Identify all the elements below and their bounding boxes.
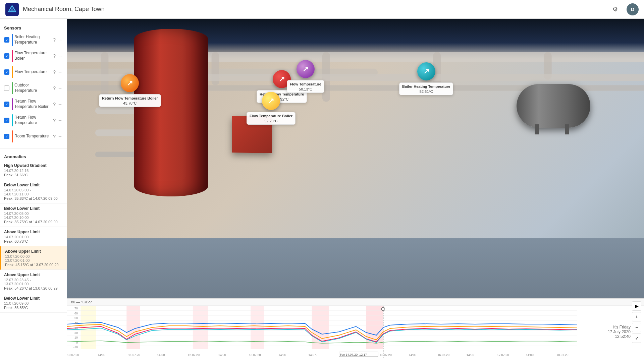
y-label: 20	[67, 331, 79, 335]
svg-text:14:00: 14:00	[278, 353, 286, 357]
y-axis-labels: 70 60 50 40 30 20 10 0 -10	[67, 307, 79, 349]
sensor-label: Flow Temperature Boiler	[14, 51, 51, 61]
sensor-checkbox[interactable]	[4, 69, 9, 75]
sensor-color-bar	[12, 130, 13, 142]
anomaly-item[interactable]: Above Upper Limit 14.07.20 01:00 Peak: 6…	[0, 227, 67, 246]
sensor-navigate-button[interactable]: →	[57, 117, 63, 123]
sensor-label: Flow Temperature	[14, 69, 51, 75]
anomaly-date: 14.07.20 05:00 -14.07.20 11:00	[4, 188, 63, 196]
anomaly-title: Above Upper Limit	[5, 249, 63, 254]
sensor-navigate-button[interactable]: →	[57, 133, 63, 139]
sensor-help-button[interactable]: ?	[53, 53, 56, 59]
sensor-label-box: Flow Temperature 50.13°C	[287, 80, 324, 93]
sensor-navigate-button[interactable]: →	[57, 37, 63, 43]
zoom-out-button[interactable]: −	[632, 323, 641, 332]
sensor-help-button[interactable]: ?	[53, 69, 56, 75]
sensor-help-button[interactable]: ?	[53, 117, 56, 123]
sensor-label: Outdoor Temperature	[14, 83, 51, 93]
svg-text:17.07.20: 17.07.20	[497, 353, 509, 357]
sensor-color-bar	[12, 50, 13, 62]
sensor-item-return-flow-temp-boiler[interactable]: Return Flow Temperature Boiler ? →	[0, 96, 67, 112]
anomaly-item[interactable]: Above Upper Limit 12.07.20 23:45 -13.07.…	[0, 270, 67, 293]
anomaly-date: 14.07.20 01:00	[4, 235, 63, 239]
sensor-item-room-temp[interactable]: Room Temperature ? →	[0, 128, 67, 144]
sensor-checkbox[interactable]	[4, 102, 9, 107]
sensor-bubble: ↗	[297, 60, 315, 78]
anomaly-item[interactable]: Below Lower Limit 14.07.20 05:00 -14.07.…	[0, 203, 67, 227]
arrow-icon: ↗	[279, 75, 285, 83]
sensor-navigate-button[interactable]: →	[57, 101, 63, 107]
anomalies-section: Anomalies High Upward Gradient 14.07.20 …	[0, 148, 67, 315]
boiler-heating-temp-marker[interactable]: ↗ Boiler Heating Temperature 52.61°C	[399, 62, 453, 95]
sensor-icons: ? →	[53, 85, 63, 91]
sensor-checkbox[interactable]	[4, 53, 9, 59]
anomaly-item[interactable]: Below Lower Limit 11.07.20 09:00 Peak: 3…	[0, 293, 67, 313]
return-flow-temp-boiler-marker[interactable]: ↗ Return Flow Temperature Boiler 43.78°C	[99, 74, 161, 107]
sensor-checkbox[interactable]	[4, 118, 9, 123]
fullscreen-button[interactable]: ⤢	[632, 334, 641, 343]
anomaly-title: Above Upper Limit	[4, 273, 63, 277]
anomaly-date: 14.07.20 05:00 -14.07.20 10:00	[4, 212, 63, 220]
boiler-tank-right	[517, 84, 590, 128]
sensor-navigate-button[interactable]: →	[57, 69, 63, 75]
sensor-label-box: Flow Temperature Boiler 52.20°C	[247, 112, 296, 125]
sensor-name: Boiler Heating Temperature	[402, 84, 450, 89]
anomaly-list: High Upward Gradient 14.07.20 12:16 Peak…	[0, 161, 67, 313]
sensor-item-flow-temp-boiler[interactable]: Flow Temperature Boiler ? →	[0, 48, 67, 64]
svg-rect-18	[193, 306, 208, 349]
sensor-checkbox[interactable]	[4, 85, 9, 91]
sensor-navigate-button[interactable]: →	[57, 53, 63, 59]
sensor-item-boiler-heating-temp[interactable]: Boiler Heating Temperature ? →	[0, 32, 67, 48]
svg-text:11.07.20: 11.07.20	[128, 353, 140, 357]
svg-text:Tue 14.07.20, 12:17: Tue 14.07.20, 12:17	[340, 353, 367, 356]
sensor-color-bar	[12, 114, 13, 126]
sensor-bubble: ↗	[262, 92, 280, 110]
anomaly-item[interactable]: High Upward Gradient 14.07.20 12:16 Peak…	[0, 161, 67, 180]
anomaly-date: 14.07.20 12:16	[4, 169, 63, 173]
arrow-icon: ↗	[423, 67, 429, 76]
anomaly-title: Below Lower Limit	[4, 206, 63, 211]
sensor-help-button[interactable]: ?	[53, 85, 56, 91]
sensor-color-bar	[12, 34, 13, 46]
sensor-color-bar	[12, 98, 13, 110]
settings-button[interactable]: ⚙	[609, 3, 621, 15]
anomaly-date: 12.07.20 23:45 -13.07.20 01:00	[4, 278, 63, 286]
user-avatar[interactable]: D	[627, 3, 639, 15]
flow-temp-boiler-marker[interactable]: ↗ Flow Temperature Boiler 52.20°C	[247, 92, 296, 125]
svg-point-31	[381, 307, 385, 311]
sensor-help-button[interactable]: ?	[53, 37, 56, 43]
arrow-icon: ↗	[303, 65, 309, 73]
sensor-icons: ? →	[53, 53, 63, 59]
page-title: Mechanical Room, Cape Town	[23, 6, 105, 13]
sensor-value: 52.61°C	[402, 89, 450, 94]
sensor-checkbox[interactable]	[4, 37, 9, 43]
sensor-checkbox[interactable]	[4, 134, 9, 139]
header-left: Mechanical Room, Cape Town	[5, 3, 105, 16]
anomalies-title: Anomalies	[0, 152, 67, 161]
sensor-item-outdoor-temp[interactable]: Outdoor Temperature ? →	[0, 80, 67, 96]
sensor-item-return-flow-temp[interactable]: Return Flow Temperature ? →	[0, 112, 67, 128]
logo[interactable]	[5, 3, 19, 16]
sensor-name: Flow Temperature Boiler	[250, 114, 292, 118]
zoom-in-button[interactable]: +	[632, 312, 641, 321]
sensors-title: Sensors	[0, 23, 67, 32]
sensor-label-box: Boiler Heating Temperature 52.61°C	[399, 82, 453, 95]
svg-text:13.07.20: 13.07.20	[249, 353, 261, 357]
sensor-label-box: Return Flow Temperature Boiler 43.78°C	[99, 94, 161, 107]
floor-surface	[67, 238, 644, 298]
anomaly-peak: Peak: 36.85°C	[4, 306, 63, 310]
sensor-help-button[interactable]: ?	[53, 101, 56, 107]
anomaly-peak: Peak: 45.15°C at 13.07.20 00:29	[5, 263, 63, 267]
sensors-section: Sensors Boiler Heating Temperature ? → F…	[0, 19, 67, 148]
sensor-navigate-button[interactable]: →	[57, 85, 63, 91]
svg-text:14:00: 14:00	[157, 353, 165, 357]
sensor-help-button[interactable]: ?	[53, 133, 56, 139]
play-button[interactable]: ▶	[632, 301, 641, 311]
anomaly-item[interactable]: Below Lower Limit 14.07.20 05:00 -14.07.…	[0, 180, 67, 203]
anomaly-item[interactable]: Above Upper Limit 13.07.20 00:00 -13.07.…	[0, 246, 67, 270]
chart-svg: 10.07.20 14:00 11.07.20 14:00 12.07.20 1…	[67, 306, 577, 358]
flow-temp-marker[interactable]: ↗ Flow Temperature 50.13°C	[287, 60, 324, 93]
sensor-item-flow-temp[interactable]: Flow Temperature ? →	[0, 64, 67, 80]
y-label: 10	[67, 336, 79, 339]
sensor-icons: ? →	[53, 117, 63, 123]
